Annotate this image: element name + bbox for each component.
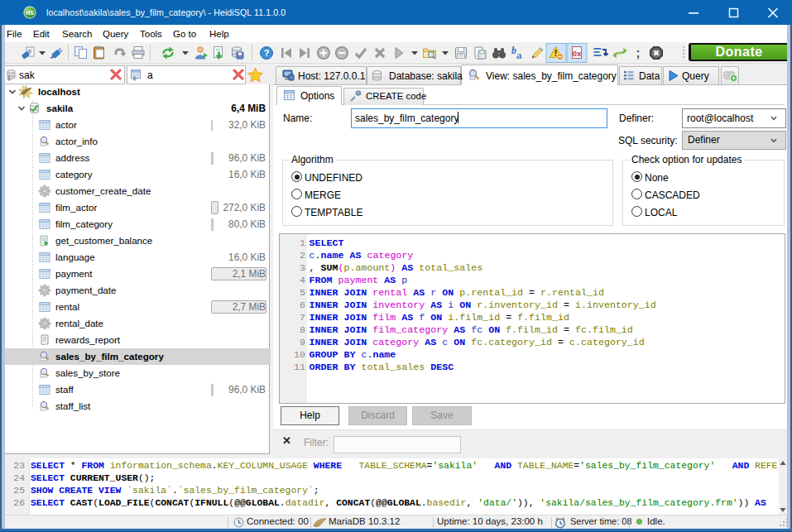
- svg-text:?: ?: [264, 48, 270, 58]
- svg-text:;: ;: [636, 46, 641, 60]
- svg-text:a: a: [516, 49, 522, 61]
- svg-text:0x: 0x: [573, 49, 582, 58]
- svg-text:HS: HS: [26, 10, 34, 16]
